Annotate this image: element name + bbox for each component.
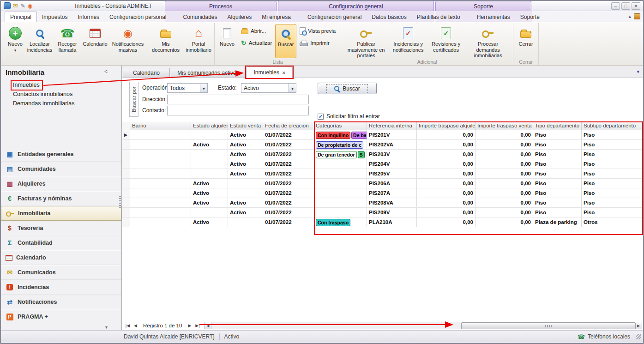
column-header[interactable]: Tipo departamento xyxy=(533,122,582,130)
notificaciones-masivas-button[interactable]: Notificaciones masivas xyxy=(109,24,147,58)
operacion-dropdown[interactable]: Todos xyxy=(167,83,208,93)
collapse-ribbon-chevron-icon[interactable] xyxy=(628,13,631,19)
mis-documentos-button[interactable]: Mis documentos xyxy=(147,24,185,58)
tab-list-chevron-icon[interactable] xyxy=(637,68,639,75)
table-row[interactable]: ActivoActivo01/07/2022PIS208VA0,000,00Pi… xyxy=(122,198,643,208)
table-row[interactable]: ActivoActivo01/07/2022De propietario de … xyxy=(122,140,643,150)
vista-previa-button[interactable]: Vista previa xyxy=(297,26,338,36)
sidebar-module-alquileres[interactable]: Alquileres xyxy=(1,176,121,191)
sidebar-module-contabilidad[interactable]: Contabilidad xyxy=(1,235,121,250)
edit-icon[interactable] xyxy=(20,2,25,9)
close-tab-icon[interactable] xyxy=(282,69,286,76)
horizontal-scrollbar[interactable]: ◀ ▶ xyxy=(204,322,642,330)
buscar-button[interactable]: Buscar xyxy=(275,24,296,58)
abrir-button[interactable]: Abrir... xyxy=(239,26,274,36)
help-panel-icon[interactable] xyxy=(634,13,640,19)
actualizar-button[interactable]: Actualizar xyxy=(239,38,274,48)
tab-inmuebles[interactable]: Inmuebles xyxy=(247,66,293,78)
maximize-button[interactable]: □ xyxy=(621,2,630,10)
ribbon-tab[interactable]: Informes xyxy=(72,12,104,22)
sidebar-module-facturas-y-nominas[interactable]: Facturas y nóminas xyxy=(1,191,121,206)
imprimir-button[interactable]: Imprimir xyxy=(297,38,338,48)
sidebar-module-notificaciones[interactable]: Notificaciones xyxy=(1,295,121,309)
localizar-incidencias-button[interactable]: Localizar incidencias xyxy=(26,24,54,58)
local-phones-label[interactable]: Teléfonos locales xyxy=(588,333,630,340)
ribbon-tab[interactable]: Configuración personal xyxy=(104,12,171,22)
ribbon-tab[interactable]: Principal xyxy=(5,12,37,22)
sidebar-module-calendario[interactable]: Calendario xyxy=(1,250,121,265)
table-row[interactable]: Activo01/07/2022PIS206A0,000,00PisoPiso xyxy=(122,179,643,188)
sidebar-module-incidencias[interactable]: Incidencias xyxy=(1,280,121,295)
table-row[interactable]: Activo01/07/2022Con traspasoPLA210A0,000… xyxy=(122,217,643,227)
sidebar-module-entidades-generales[interactable]: Entidades generales xyxy=(1,147,121,162)
sidebar-item-inmuebles[interactable]: Inmuebles xyxy=(1,80,121,90)
sidebar-module-comunidades[interactable]: Comunidades xyxy=(1,162,121,176)
prev-record-button[interactable]: ◀ xyxy=(132,323,139,328)
ribbon-tab[interactable]: Herramientas xyxy=(472,12,515,22)
column-header[interactable]: Importe traspaso alquiler xyxy=(417,122,475,130)
first-record-button[interactable]: |◀ xyxy=(124,323,132,328)
contextual-group[interactable]: Soporte xyxy=(435,1,531,11)
column-header[interactable] xyxy=(122,122,130,130)
revisiones-certificados-button[interactable]: Revisiones y certificados xyxy=(427,24,465,59)
table-row[interactable]: ▶Activo01/07/2022Con inquilinoDe baPIS20… xyxy=(122,130,643,140)
table-row[interactable]: Activo01/07/2022PIS209V0,000,00PisoPiso xyxy=(122,208,643,217)
tab-mis-comunicados-activos[interactable]: Mis comunicados activos xyxy=(171,68,246,78)
scrollbar-thumb[interactable] xyxy=(461,322,636,329)
calendario-button[interactable]: Calendario xyxy=(81,24,109,58)
sidebar-item-contactos-inmobiliarios[interactable]: Contactos inmobiliarios xyxy=(1,90,121,99)
scroll-left-icon[interactable]: ◀ xyxy=(204,322,211,329)
resize-grip[interactable] xyxy=(636,334,641,339)
ribbon-tab[interactable]: Alquileres xyxy=(223,12,257,22)
incidencias-notificaciones-button[interactable]: Incidencias y notificaciones xyxy=(389,24,427,59)
column-header[interactable]: Fecha de creación xyxy=(263,122,315,130)
app-icon[interactable] xyxy=(4,2,11,9)
portal-inmobiliario-button[interactable]: Portal inmobiliario xyxy=(185,24,212,58)
tab-calendario[interactable]: Calendario xyxy=(123,68,170,78)
mail-icon[interactable] xyxy=(13,2,18,9)
publicar-masivamente-button[interactable]: Publicar masivamente en portales xyxy=(343,24,389,59)
estado-dropdown[interactable]: Activo xyxy=(241,83,296,93)
column-header[interactable]: Barrio xyxy=(130,122,191,130)
modules-collapse-chevron-icon[interactable] xyxy=(105,325,108,330)
column-header[interactable]: Categorías xyxy=(315,122,367,130)
column-header[interactable]: Subtipo departamento xyxy=(582,122,643,130)
table-row[interactable]: Activo01/07/2022PIS205V0,000,00PisoPiso xyxy=(122,169,643,179)
filter-checkbox[interactable] xyxy=(318,114,324,120)
sidebar-module-tesoreria[interactable]: Tesorería xyxy=(1,221,121,235)
contacto-input[interactable] xyxy=(167,106,309,115)
splitter-handle[interactable] xyxy=(119,196,121,209)
cerrar-button[interactable]: Cerrar xyxy=(515,24,536,58)
signal-icon[interactable] xyxy=(28,3,32,9)
column-header[interactable]: Estado venta xyxy=(228,122,263,130)
direccion-input[interactable] xyxy=(167,95,309,104)
column-header[interactable]: Referencia interna xyxy=(367,122,417,130)
column-header[interactable]: Estado alquiler xyxy=(191,122,228,130)
nuevo-lista-button[interactable]: Nuevo xyxy=(217,24,238,58)
close-button[interactable]: ✕ xyxy=(632,2,640,10)
ribbon-tab[interactable]: Configuración general xyxy=(302,12,367,22)
scroll-right-icon[interactable]: ▶ xyxy=(635,322,642,329)
column-header[interactable]: Importe traspaso venta xyxy=(475,122,533,130)
sidebar-module-pragma[interactable]: PRAGMA + xyxy=(1,309,121,324)
last-record-button[interactable]: ▶| xyxy=(193,323,201,328)
table-row[interactable]: Activo01/07/2022PIS207A0,000,00PisoPiso xyxy=(122,188,643,198)
sidebar-module-inmobiliaria[interactable]: Inmobiliaria xyxy=(1,206,121,221)
buscar-filter-button[interactable]: Buscar xyxy=(318,83,377,94)
ribbon-tab[interactable]: Soporte xyxy=(515,12,545,22)
collapse-panel-icon[interactable] xyxy=(104,68,108,79)
ribbon-tab[interactable]: Impuestos xyxy=(37,12,72,22)
sidebar-module-comunicados[interactable]: Comunicados xyxy=(1,265,121,280)
recoger-llamada-button[interactable]: Recoger llamada xyxy=(54,24,81,58)
nuevo-button[interactable]: Nuevo xyxy=(5,24,26,58)
table-row[interactable]: Activo01/07/2022PIS204V0,000,00PisoPiso xyxy=(122,159,643,169)
next-record-button[interactable]: ▶ xyxy=(186,323,193,328)
minimize-button[interactable]: – xyxy=(611,2,620,10)
contextual-group[interactable]: Configuración general xyxy=(278,1,434,11)
procesar-demandas-button[interactable]: Procesar demandas inmobiliarias xyxy=(465,24,511,59)
ribbon-tab[interactable]: Mi empresa xyxy=(257,12,296,22)
ribbon-tab[interactable]: Datos básicos xyxy=(367,12,411,22)
table-row[interactable]: Activo01/07/2022De gran tenedorSPIS203V0… xyxy=(122,150,643,159)
ribbon-tab[interactable]: Plantillas de texto xyxy=(412,12,465,22)
sidebar-item-demandas-inmobiliarias[interactable]: Demandas inmobiliarias xyxy=(1,99,121,108)
